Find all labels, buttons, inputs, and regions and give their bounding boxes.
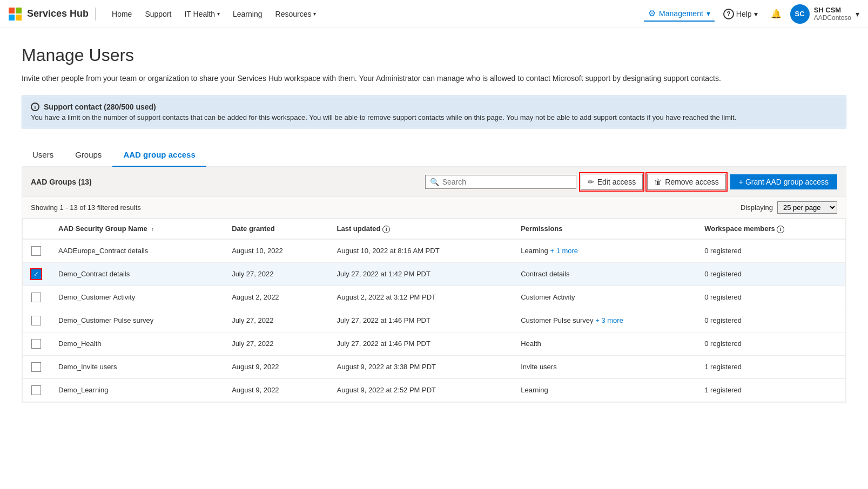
top-navigation: Services Hub Home Support IT Health ▾ Le… [0, 0, 868, 28]
row-permissions: Customer Activity [512, 286, 696, 309]
tab-group: Users Groups AAD group access [22, 144, 846, 167]
table-row: Demo_LearningAugust 9, 2022August 9, 202… [23, 378, 846, 402]
tab-groups[interactable]: Groups [64, 144, 112, 167]
info-icon: i [31, 103, 39, 111]
row-workspace-members: 0 registered [696, 332, 845, 355]
display-select: Displaying 25 per page 50 per page 100 p… [741, 201, 837, 214]
aad-groups-table: AAD Security Group Name ↑ Date granted L… [22, 219, 846, 402]
brand-name: Services Hub [27, 8, 89, 19]
header-date-granted[interactable]: Date granted [223, 219, 328, 239]
row-checkbox[interactable] [31, 339, 41, 349]
header-checkbox-cell [23, 219, 50, 239]
row-checkbox[interactable] [31, 362, 41, 372]
row-checkbox-cell [23, 309, 50, 332]
edit-access-button[interactable]: ✏ Edit access [581, 174, 643, 190]
row-checkbox[interactable] [31, 293, 41, 302]
table-container: AAD Security Group Name ↑ Date granted L… [22, 219, 846, 403]
nav-right: ⚙ Management ▾ ? Help ▾ 🔔 SC SH CSM AADC… [644, 4, 859, 24]
gear-icon: ⚙ [648, 8, 656, 18]
notifications-button[interactable]: 🔔 [766, 4, 786, 24]
row-date-granted: July 27, 2022 [223, 262, 328, 286]
chevron-down-icon: ▾ [313, 11, 316, 17]
brand-logo[interactable]: Services Hub [9, 8, 96, 21]
row-last-updated: July 27, 2022 at 1:42 PM PDT [328, 262, 513, 286]
page-title: Manage Users [22, 45, 846, 65]
table-header-row: AAD Security Group Name ↑ Date granted L… [23, 219, 846, 239]
nav-learning[interactable]: Learning [227, 0, 268, 28]
row-group-name: Demo_Customer Activity [50, 286, 223, 309]
row-checkbox[interactable] [31, 316, 41, 325]
nav-it-health[interactable]: IT Health ▾ [179, 0, 225, 28]
nav-support[interactable]: Support [139, 0, 177, 28]
search-input[interactable] [442, 178, 571, 186]
row-checkbox-cell [23, 286, 50, 309]
row-permissions: Invite users [512, 355, 696, 378]
user-avatar[interactable]: SC [790, 4, 810, 24]
table-row: Demo_Invite usersAugust 9, 2022August 9,… [23, 355, 846, 378]
nav-resources[interactable]: Resources ▾ [270, 0, 322, 28]
row-checkbox[interactable] [31, 385, 41, 395]
row-group-name: Demo_Health [50, 332, 223, 355]
row-workspace-members: 0 registered [696, 309, 845, 332]
row-group-name: Demo_Customer Pulse survey [50, 309, 223, 332]
user-info[interactable]: SH CSM AADContoso [814, 6, 851, 22]
grant-aad-group-access-button[interactable]: + Grant AAD group access [730, 174, 837, 189]
chevron-down-icon: ▾ [706, 9, 710, 18]
table-row: Demo_Customer Pulse surveyJuly 27, 2022J… [23, 309, 846, 332]
support-contact-banner: i Support contact (280/500 used) You hav… [22, 96, 846, 128]
trash-icon: 🗑 [654, 178, 662, 186]
table-row: AADEurope_Contract detailsAugust 10, 202… [23, 239, 846, 263]
row-last-updated: August 9, 2022 at 3:38 PM PDT [328, 355, 513, 378]
row-last-updated: August 2, 2022 at 3:12 PM PDT [328, 286, 513, 309]
row-checkbox-cell [23, 378, 50, 402]
row-permissions: Learning + 1 more [512, 239, 696, 263]
info-icon: i [777, 226, 784, 233]
row-checkbox-cell [23, 355, 50, 378]
results-summary: Showing 1 - 13 of 13 filtered results [31, 203, 141, 212]
chevron-down-icon: ▾ [754, 10, 758, 18]
aad-groups-count: AAD Groups (13) [31, 178, 425, 186]
row-permissions: Learning [512, 378, 696, 402]
row-checkbox[interactable] [31, 246, 41, 256]
main-content: Manage Users Invite other people from yo… [0, 28, 868, 420]
row-workspace-members: 0 registered [696, 286, 845, 309]
edit-icon: ✏ [588, 178, 594, 186]
remove-access-button[interactable]: 🗑 Remove access [647, 174, 726, 190]
per-page-select[interactable]: 25 per page 50 per page 100 per page [777, 201, 837, 214]
management-menu[interactable]: ⚙ Management ▾ [644, 6, 715, 22]
help-menu[interactable]: ? Help ▾ [719, 6, 762, 22]
help-icon: ? [723, 9, 734, 19]
row-date-granted: August 10, 2022 [223, 239, 328, 263]
tab-users[interactable]: Users [22, 144, 64, 167]
toolbar-actions: 🔍 ✏ Edit access 🗑 Remove access + Grant … [425, 174, 837, 190]
header-permissions: Permissions [512, 219, 696, 239]
header-group-name[interactable]: AAD Security Group Name ↑ [50, 219, 223, 239]
user-dropdown-icon[interactable]: ▾ [856, 10, 859, 18]
chevron-down-icon: ▾ [217, 11, 220, 17]
row-checkbox-cell [23, 332, 50, 355]
row-date-granted: July 27, 2022 [223, 309, 328, 332]
permissions-more-link[interactable]: + 1 more [550, 247, 578, 255]
bell-icon: 🔔 [771, 9, 782, 19]
search-box[interactable]: 🔍 [425, 175, 576, 189]
row-last-updated: July 27, 2022 at 1:46 PM PDT [328, 332, 513, 355]
results-bar: Showing 1 - 13 of 13 filtered results Di… [22, 197, 846, 219]
page-description: Invite other people from your team or or… [22, 74, 778, 83]
row-last-updated: August 10, 2022 at 8:16 AM PDT [328, 239, 513, 263]
tab-aad-group-access[interactable]: AAD group access [112, 144, 206, 167]
row-checkbox[interactable] [31, 269, 41, 279]
table-row: Demo_Contract detailsJuly 27, 2022July 2… [23, 262, 846, 286]
info-icon: i [382, 226, 390, 233]
nav-home[interactable]: Home [106, 0, 137, 28]
header-last-updated[interactable]: Last updated i [328, 219, 513, 239]
row-checkbox-cell [23, 262, 50, 286]
permissions-more-link[interactable]: + 3 more [595, 316, 623, 324]
header-workspace-members: Workspace members i [696, 219, 845, 239]
table-toolbar: AAD Groups (13) 🔍 ✏ Edit access 🗑 Remove… [22, 167, 846, 197]
nav-links: Home Support IT Health ▾ Learning Resour… [106, 0, 635, 28]
row-workspace-members: 0 registered [696, 262, 845, 286]
row-date-granted: August 2, 2022 [223, 286, 328, 309]
row-date-granted: July 27, 2022 [223, 332, 328, 355]
row-workspace-members: 1 registered [696, 355, 845, 378]
sort-asc-icon: ↑ [151, 226, 154, 232]
